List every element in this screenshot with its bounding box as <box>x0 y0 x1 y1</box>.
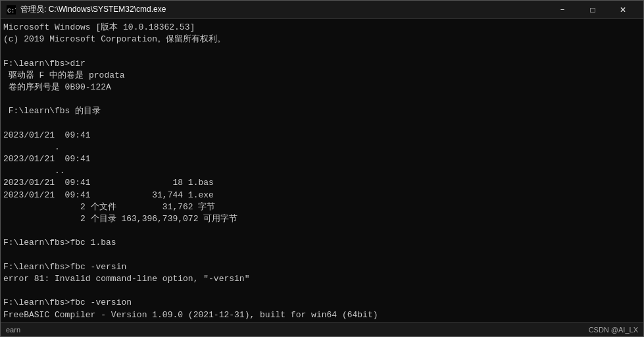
svg-text:C:\: C:\ <box>7 7 16 14</box>
console-output: Microsoft Windows [版本 10.0.18362.53] (c)… <box>3 22 641 322</box>
title-bar-left: C:\ 管理员: C:\Windows\SYSTEM32\cmd.exe <box>6 4 166 15</box>
status-left: earn <box>6 326 20 334</box>
cmd-window: C:\ 管理员: C:\Windows\SYSTEM32\cmd.exe － □… <box>0 0 644 337</box>
status-bar: earn CSDN @AI_LX <box>1 322 643 336</box>
window-title: 管理员: C:\Windows\SYSTEM32\cmd.exe <box>20 4 166 15</box>
close-button[interactable]: ✕ <box>608 1 638 19</box>
title-bar: C:\ 管理员: C:\Windows\SYSTEM32\cmd.exe － □… <box>1 1 643 19</box>
maximize-button[interactable]: □ <box>578 1 608 19</box>
console-body[interactable]: Microsoft Windows [版本 10.0.18362.53] (c)… <box>1 19 643 322</box>
status-right: CSDN @AI_LX <box>589 326 638 334</box>
minimize-button[interactable]: － <box>547 1 578 19</box>
window-controls: － □ ✕ <box>547 1 638 19</box>
cmd-icon: C:\ <box>6 5 16 15</box>
